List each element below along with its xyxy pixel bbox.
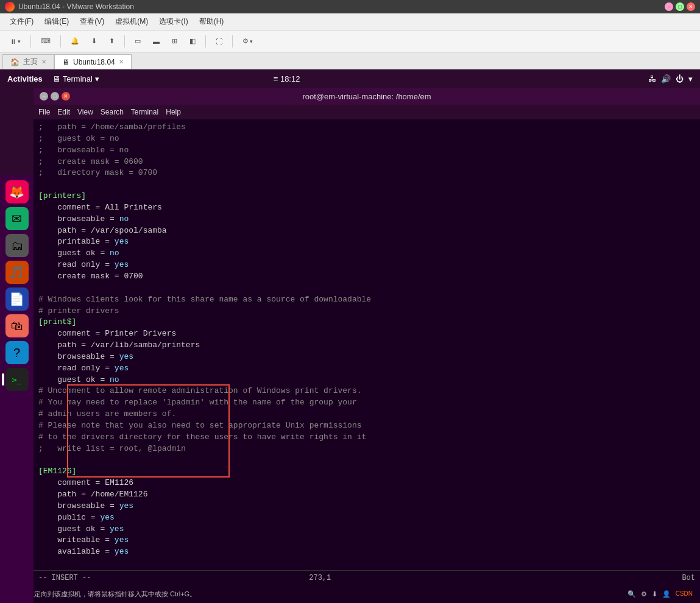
toolbar-view-normal[interactable]: ▭ <box>130 35 146 48</box>
tab-ubuntu-close[interactable]: ✕ <box>119 58 124 65</box>
dock-mail[interactable]: ✉ <box>5 207 29 230</box>
tab-home-close[interactable]: ✕ <box>41 58 46 65</box>
terminal-pos-num: 273,1 <box>309 574 331 582</box>
vm-content: Activities 🖥 Terminal ▾ ≡ 18:12 🖧 🔊 ⏻ ▾ … <box>0 69 700 603</box>
close-button[interactable]: ✕ <box>687 2 695 11</box>
toolbar-pause[interactable]: ⏸▾ <box>5 35 26 48</box>
terminal-menu[interactable]: 🖥 Terminal ▾ <box>52 74 99 83</box>
content-area: － □ ✕ root@em-virtual-machine: /home/em … <box>34 88 700 585</box>
window-controls: － □ ✕ <box>665 2 695 11</box>
vmware-logo <box>5 2 15 12</box>
vmware-menubar: 文件(F) 编辑(E) 查看(V) 虚拟机(M) 选项卡(I) 帮助(H) <box>0 13 700 30</box>
terminal-mode: -- INSERT -- <box>38 574 91 582</box>
ubuntu-icon: 🖥 <box>62 58 69 66</box>
gnome-systray: 🖧 🔊 ⏻ ▾ <box>648 74 693 83</box>
toolbar-snap-down[interactable]: ⬇ <box>87 35 102 48</box>
home-icon: 🏠 <box>10 58 19 66</box>
menu-view[interactable]: 查看(V) <box>75 15 109 29</box>
dock-terminal[interactable]: >_ <box>5 368 29 391</box>
systray-chevron: ▾ <box>688 74 693 83</box>
toolbar-sep-4 <box>205 35 206 48</box>
term-menu-edit[interactable]: Edit <box>57 108 70 116</box>
gnome-topbar: Activities 🖥 Terminal ▾ ≡ 18:12 🖧 🔊 ⏻ ▾ <box>0 69 700 88</box>
tab-home[interactable]: 🏠 主页 ✕ <box>2 54 54 69</box>
terminal-minimize[interactable]: － <box>40 92 48 100</box>
statusbar-settings-icon: ⚙ <box>641 590 647 598</box>
toolbar-sep-3 <box>124 35 125 48</box>
terminal-menu-icon: 🖥 <box>52 74 60 83</box>
terminal-body[interactable]: ; path = /home/samba/profiles ; guest ok… <box>34 119 700 570</box>
statusbar-icons: 🔍 ⚙ ⬇ 👤 CSDN <box>628 590 693 598</box>
toolbar-view-full[interactable]: ▬ <box>148 35 164 48</box>
terminal-position: 273,1 Bot <box>309 574 695 582</box>
dock-store[interactable]: 🛍 <box>5 314 29 337</box>
main-layout: 🦊 ✉ 🗂 🎵 📄 🛍 ? >_ ⋯ － □ ✕ root@em-virtual… <box>0 88 700 585</box>
term-menu-search[interactable]: Search <box>101 108 124 116</box>
dock-writer[interactable]: 📄 <box>5 287 29 311</box>
menu-tabs[interactable]: 选项卡(I) <box>154 15 193 29</box>
statusbar-search-icon: 🔍 <box>628 590 636 598</box>
term-menu-help[interactable]: Help <box>166 108 181 116</box>
terminal-title: root@em-virtual-machine: /home/em <box>70 92 663 101</box>
dock-firefox[interactable]: 🦊 <box>5 180 29 203</box>
toolbar-volume[interactable]: 🔔 <box>66 35 84 48</box>
term-menu-terminal[interactable]: Terminal <box>131 108 158 116</box>
toolbar-sep-2 <box>60 35 61 48</box>
volume-icon: 🔊 <box>661 74 671 83</box>
statusbar-account-icon: 👤 <box>662 590 671 598</box>
toolbar-view-3d[interactable]: ◧ <box>185 35 200 48</box>
toolbar-settings[interactable]: ⚙▾ <box>238 35 258 48</box>
dock-files[interactable]: 🗂 <box>5 234 29 257</box>
gnome-clock: ≡ 18:12 <box>274 74 300 83</box>
tab-ubuntu[interactable]: 🖥 Ubuntu18.04 ✕ <box>54 54 132 69</box>
terminal-code: ; path = /home/samba/profiles ; guest ok… <box>38 122 695 558</box>
toolbar-view-split[interactable]: ⊞ <box>167 35 182 48</box>
tab-ubuntu-label: Ubuntu18.04 <box>73 58 115 66</box>
vmware-titlebar: Ubuntu18.04 - VMware Workstation － □ ✕ <box>0 0 700 13</box>
term-menu-file[interactable]: File <box>38 108 50 116</box>
toolbar-snap-up[interactable]: ⬆ <box>104 35 119 48</box>
toolbar-send-ctrl[interactable]: ⌨ <box>36 35 55 48</box>
terminal-menubar: File Edit View Search Terminal Help <box>34 105 700 119</box>
tab-bar: 🏠 主页 ✕ 🖥 Ubuntu18.04 ✕ <box>0 52 700 69</box>
maximize-button[interactable]: □ <box>676 2 684 11</box>
minimize-button[interactable]: － <box>665 2 673 11</box>
menu-edit[interactable]: 编辑(E) <box>40 15 74 29</box>
gnome-bottombar: 请将输入定向到该虚拟机，请将鼠标指针移入其中或按 Ctrl+G。 🔍 ⚙ ⬇ 👤… <box>0 585 700 603</box>
terminal-statusbar: -- INSERT -- 273,1 Bot <box>34 570 700 585</box>
statusbar-download-icon: ⬇ <box>652 590 657 598</box>
toolbar-sep-5 <box>232 35 233 48</box>
terminal-menu-chevron: ▾ <box>95 74 99 83</box>
toolbar-fullscreen[interactable]: ⛶ <box>211 35 227 48</box>
terminal-titlebar: － □ ✕ root@em-virtual-machine: /home/em <box>34 88 700 105</box>
terminal-menu-label: Terminal <box>63 74 93 83</box>
terminal-window-controls: － □ ✕ <box>40 92 70 100</box>
dock-rhythmbox[interactable]: 🎵 <box>5 261 29 284</box>
dock-help[interactable]: ? <box>5 341 29 364</box>
menu-vm[interactable]: 虚拟机(M) <box>110 15 153 29</box>
ubuntu-dock: 🦊 ✉ 🗂 🎵 📄 🛍 ? >_ ⋯ <box>0 175 34 603</box>
term-menu-view[interactable]: View <box>77 108 93 116</box>
network-icon: 🖧 <box>648 74 656 83</box>
tab-home-label: 主页 <box>23 57 38 67</box>
statusbar-csdn: CSDN <box>676 590 693 598</box>
vmware-toolbar: ⏸▾ ⌨ 🔔 ⬇ ⬆ ▭ ▬ ⊞ ◧ ⛶ ⚙▾ <box>0 30 700 52</box>
menu-help[interactable]: 帮助(H) <box>194 15 229 29</box>
vmware-title: Ubuntu18.04 - VMware Workstation <box>18 2 665 11</box>
terminal-scroll: Bot <box>682 574 695 582</box>
statusbar-hint: 请将输入定向到该虚拟机，请将鼠标指针移入其中或按 Ctrl+G。 <box>7 590 196 599</box>
menu-file[interactable]: 文件(F) <box>5 15 38 29</box>
terminal-close[interactable]: ✕ <box>62 92 70 100</box>
activities-button[interactable]: Activities <box>7 74 43 83</box>
toolbar-sep-1 <box>30 35 31 48</box>
power-icon: ⏻ <box>676 74 684 83</box>
terminal-maximize[interactable]: □ <box>51 92 59 100</box>
